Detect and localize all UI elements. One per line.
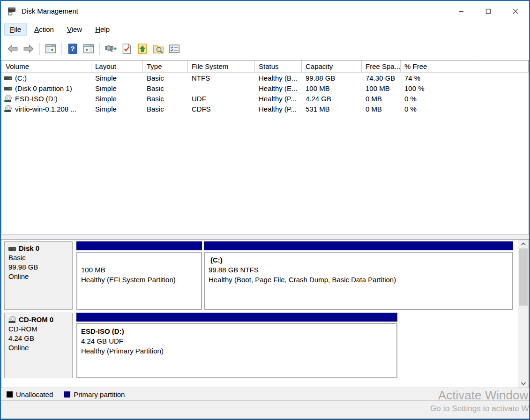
table-row[interactable]: ESD-ISO (D:) Simple Basic UDF Healthy (P…	[1, 93, 529, 104]
cell-layout: Simple	[95, 95, 117, 103]
partition-efi[interactable]: 100 MB Healthy (EFI System Partition)	[76, 241, 202, 310]
forward-icon	[22, 43, 35, 55]
cdrom-0-label-panel[interactable]: CD-ROM 0 CD-ROM 4.24 GB Online	[4, 313, 73, 378]
cell-layout: Simple	[95, 105, 117, 113]
cdrom-icon	[8, 316, 17, 323]
scroll-down-button[interactable]	[518, 379, 529, 388]
table-row[interactable]: (Disk 0 partition 1) Simple Basic Health…	[1, 83, 529, 93]
legend-unallocated: Unallocated	[7, 390, 53, 398]
forward-button[interactable]	[21, 41, 37, 56]
minimize-button[interactable]	[448, 1, 475, 21]
primary-partition-swatch	[64, 391, 70, 398]
scrollbar-thumb[interactable]	[519, 248, 528, 306]
partition-c[interactable]: (C:) 99.88 GB NTFS Healthy (Boot, Page F…	[204, 241, 513, 310]
menu-view[interactable]: View	[62, 23, 87, 35]
show-action-pane-button[interactable]	[81, 41, 97, 56]
cell-file-system: NTFS	[192, 74, 210, 82]
up-one-level-button[interactable]	[134, 41, 150, 56]
close-button[interactable]	[502, 1, 529, 21]
legend-bar: Unallocated Primary partition	[1, 388, 529, 401]
cdrom-0-partitions: ESD-ISO (D:) 4.24 GB UDF Healthy (Primar…	[76, 313, 397, 378]
volume-icon	[4, 84, 13, 92]
cell-free-space: 74.30 GB	[366, 74, 395, 82]
disk-icon	[8, 245, 17, 252]
cdrom-type: CD-ROM	[8, 324, 68, 334]
cell-status: Healthy (B...	[259, 74, 298, 82]
column-header-file-system[interactable]: File System	[188, 60, 255, 72]
menubar: File Action View Help	[1, 21, 529, 38]
volume-icon	[4, 74, 13, 82]
partition-status: Healthy (EFI System Partition)	[81, 275, 197, 285]
cdrom-0-row: CD-ROM 0 CD-ROM 4.24 GB Online ESD-ISO (…	[4, 313, 515, 378]
cell-volume: virtio-win-0.1.208 ...	[15, 105, 76, 113]
disk-size: 99.98 GB	[8, 262, 68, 272]
caption-buttons	[448, 1, 529, 21]
cell-file-system: CDFS	[192, 105, 211, 113]
back-button[interactable]	[5, 41, 21, 56]
cell-free-space: 100 MB	[366, 84, 390, 92]
scroll-up-button[interactable]	[518, 240, 529, 248]
disk-name: Disk 0	[19, 244, 39, 252]
disk-management-window: Disk Management File Action View Help	[0, 0, 530, 420]
volume-list-pane: Volume Layout Type File System Status Ca…	[1, 60, 529, 234]
cell-file-system: UDF	[192, 95, 206, 103]
maximize-button[interactable]	[475, 1, 502, 21]
show-console-tree-button[interactable]	[43, 41, 59, 56]
cdrom-name: CD-ROM 0	[19, 315, 53, 323]
cell-capacity: 99.88 GB	[306, 74, 335, 82]
column-header-blank[interactable]	[475, 60, 529, 72]
minimize-icon	[458, 8, 464, 14]
volume-table-header: Volume Layout Type File System Status Ca…	[1, 60, 529, 73]
cell-status: Healthy (P...	[259, 105, 297, 113]
find-folder-icon	[152, 43, 164, 55]
cell-capacity: 4.24 GB	[306, 95, 331, 103]
cell-layout: Simple	[95, 84, 117, 92]
disk-0-partitions: 100 MB Healthy (EFI System Partition) (C…	[76, 241, 513, 310]
disk-0-label-panel[interactable]: Disk 0 Basic 99.98 GB Online	[4, 241, 73, 310]
disk-status: Online	[8, 272, 68, 281]
column-header-layout[interactable]: Layout	[91, 60, 143, 72]
table-row[interactable]: (C:) Simple Basic NTFS Healthy (B... 99.…	[1, 73, 529, 83]
cell-volume: (C:)	[15, 74, 27, 82]
partition-label: (C:)	[209, 255, 508, 265]
column-header-capacity[interactable]: Capacity	[302, 60, 362, 72]
partition-esd-iso[interactable]: ESD-ISO (D:) 4.24 GB UDF Healthy (Primar…	[76, 313, 397, 378]
menu-help[interactable]: Help	[90, 23, 115, 35]
column-header-free-space[interactable]: Free Spa...	[362, 60, 401, 72]
scrollbar-track[interactable]	[518, 248, 529, 379]
partition-color-bar	[204, 241, 513, 250]
volume-icon	[4, 95, 13, 102]
find-button[interactable]	[150, 41, 166, 56]
column-header-volume[interactable]: Volume	[1, 60, 91, 72]
rescan-disks-button[interactable]	[103, 41, 119, 56]
check-disk-button[interactable]	[119, 41, 134, 56]
column-header-status[interactable]: Status	[255, 60, 302, 72]
cell-layout: Simple	[95, 74, 117, 82]
cell-pct-free: 0 %	[404, 105, 417, 113]
vertical-scrollbar[interactable]	[518, 240, 529, 388]
cell-capacity: 100 MB	[306, 84, 330, 92]
partition-box: 100 MB Healthy (EFI System Partition)	[76, 252, 202, 310]
toolbar: ?	[1, 38, 529, 60]
menu-file[interactable]: File	[5, 23, 26, 35]
rescan-disks-icon	[105, 43, 117, 55]
cdrom-status: Online	[8, 343, 68, 352]
pane-splitter[interactable]	[1, 234, 529, 239]
menu-action[interactable]: Action	[29, 23, 59, 35]
toolbar-separator	[39, 43, 40, 55]
help-button[interactable]: ?	[65, 41, 81, 56]
graphical-view-pane: Disk 0 Basic 99.98 GB Online 100 MB Heal…	[1, 239, 529, 388]
status-bar	[1, 401, 529, 419]
disk-management-app-icon	[7, 6, 17, 16]
column-header-pct-free[interactable]: % Free	[401, 60, 475, 72]
help-icon: ?	[67, 43, 79, 55]
details-button[interactable]	[166, 41, 182, 56]
cell-pct-free: 100 %	[404, 84, 425, 92]
cell-status: Healthy (P...	[259, 95, 297, 103]
partition-label: ESD-ISO (D:)	[81, 326, 393, 336]
maximize-icon	[485, 8, 491, 14]
volume-table-body: (C:) Simple Basic NTFS Healthy (B... 99.…	[1, 73, 529, 114]
table-row[interactable]: virtio-win-0.1.208 ... Simple Basic CDFS…	[1, 104, 529, 114]
column-header-type[interactable]: Type	[143, 60, 188, 72]
cell-volume: (Disk 0 partition 1)	[15, 84, 72, 92]
